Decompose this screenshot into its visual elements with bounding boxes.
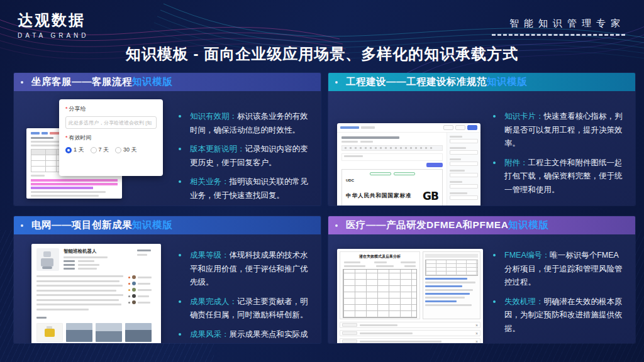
bullet-text: 成果等级：体现科技成果的技术水平和应用价值，便于评估和推广优先级。 <box>190 249 311 290</box>
radio-30-days: 30 天 <box>115 146 137 154</box>
list-item: 工序：关联失效模式发生的具体环节，确保针对性优化流程、降低风险。 <box>493 341 625 343</box>
form-meta <box>341 141 443 143</box>
bullet-text: 成果完成人：记录主要贡献者，明确责任归属，同时激励科研创新。 <box>190 295 311 322</box>
list-item: 相关业务：指明该知识关联的常见业务，便于快速查找回复。 <box>179 175 311 202</box>
brand-tagline: 智能知识管理专家 <box>492 18 625 36</box>
field-row <box>64 260 133 262</box>
contributor <box>128 288 156 292</box>
bullet-icon <box>179 115 181 118</box>
form-title <box>341 136 399 139</box>
field-chip <box>342 331 357 335</box>
bullet-icon <box>179 333 181 336</box>
radio-1-day: 1 天 <box>65 146 84 154</box>
required-asterisk: * <box>65 106 68 112</box>
report-link <box>425 285 462 287</box>
bullet-term: FMEA编号： <box>504 251 550 260</box>
app-toolbar <box>337 123 480 133</box>
list-item: 成果等级：体现科技成果的技术水平和应用价值，便于评估和推广优先级。 <box>179 249 311 290</box>
report-line <box>425 289 473 291</box>
upload-button <box>426 163 443 167</box>
secondary-button <box>455 125 465 130</box>
radio-label: 7 天 <box>99 146 109 154</box>
report-header <box>425 254 478 258</box>
bullet-icon <box>179 180 181 183</box>
sidebar-field <box>450 158 478 166</box>
fmea-meta <box>344 261 416 263</box>
standard-title: 中华人民共和国国家标准 <box>346 192 412 200</box>
field-row: × <box>340 330 480 336</box>
header-bullet-icon <box>335 81 338 84</box>
bullet-list: FMEA编号：唯一标识每个FMEA分析项目，便于追踪和管理风险管控过程。 失效机… <box>486 249 629 343</box>
panel-title-prefix: 医疗——产品研发DFMEA和PFMEA <box>346 219 508 230</box>
panel-header: 坐席客服——客服流程知识模版 <box>14 73 321 91</box>
secondary-button <box>443 125 453 130</box>
richtext-body <box>341 153 443 161</box>
sidebar-field <box>450 147 478 155</box>
panel-title-prefix: 电网——项目创新成果 <box>31 219 132 230</box>
doc-link <box>31 132 40 134</box>
customer-service-screenshot: *分享给 此处多选用户，分享给谁谁会收到 [知 *有效时间 1 天 7 天 30… <box>23 99 164 200</box>
panel-power-grid: 电网——项目创新成果知识模版 智能巡检机器人 <box>14 216 321 343</box>
report-line <box>425 304 472 306</box>
bullet-text: 知识卡片：快速查看核心指标，判断是否可以复用工程，提升决策效率。 <box>504 110 625 151</box>
bullet-term: 成果风采： <box>190 330 230 339</box>
doc-line <box>31 195 99 197</box>
field-rows: × × × <box>340 322 480 343</box>
header-bullet-icon <box>335 224 338 227</box>
bullet-text: 相关业务：指明该知识关联的常见业务，便于快速查找回复。 <box>190 175 311 202</box>
panel-engineering: 工程建设——工程建设标准规范知识模版 <box>328 73 635 206</box>
bullet-icon <box>179 254 181 256</box>
sidebar-field <box>450 136 478 143</box>
doc-line <box>31 145 62 146</box>
result-title: 智能巡检机器人 <box>64 248 133 255</box>
fmea-sheet-title: 潜在失效模式及后果分析 <box>343 254 417 260</box>
panel-title: 坐席客服——客服流程知识模版 <box>31 75 172 89</box>
robot-head <box>43 251 51 257</box>
sidebar-field <box>450 181 478 189</box>
screenshot-area: *分享给 此处多选用户，分享给谁谁会收到 [知 *有效时间 1 天 7 天 30… <box>23 99 171 206</box>
panel-header: 医疗——产品研发DFMEA和PFMEA知识模版 <box>328 216 635 234</box>
photo-robot <box>36 323 63 342</box>
panel-title-prefix: 坐席客服——客服流程 <box>31 76 132 87</box>
list-item: FMEA编号：唯一标识每个FMEA分析项目，便于追踪和管理风险管控过程。 <box>493 249 625 290</box>
photo-site <box>96 323 122 342</box>
bullet-text: 附件：工程主文件和附件图纸一起打包下载，确保资料完整，便于统一管理和使用。 <box>504 156 625 197</box>
photo-gallery <box>36 323 156 342</box>
brand-tagline-text: 智能知识管理专家 <box>492 18 625 30</box>
bullet-text: 工序：关联失效模式发生的具体环节，确保针对性优化流程、降低风险。 <box>504 341 625 343</box>
description-lines <box>36 275 123 313</box>
close-icon: × <box>475 323 478 327</box>
bullet-term: 附件： <box>504 158 528 167</box>
bullet-term: 成果等级： <box>190 251 230 260</box>
report-link <box>425 293 470 295</box>
field-chip <box>342 339 357 343</box>
radio-icon <box>91 147 97 153</box>
slide: { "brand": { "logo_cn": "达观数据", "logo_en… <box>0 0 644 362</box>
bullet-icon <box>493 300 496 303</box>
gb-standard-cover: UDC 中华人民共和国国家标准 GB P <box>341 169 443 206</box>
metadata-sidebar <box>447 133 480 206</box>
bullet-term: 知识有效期： <box>190 112 237 121</box>
field-row: × <box>340 322 480 328</box>
panel-body: 智能巡检机器人 <box>14 234 321 343</box>
panel-title-suffix: 知识模版 <box>508 219 548 230</box>
radio-selected-icon <box>65 147 72 153</box>
bullet-term: 知识卡片： <box>504 112 544 121</box>
close-icon: × <box>475 331 478 336</box>
app-breadcrumb <box>340 126 359 129</box>
award-area <box>137 248 156 271</box>
panel-title: 电网——项目创新成果知识模版 <box>31 219 172 232</box>
share-input-placeholder: 此处多选用户，分享给谁谁会收到 [知 <box>69 119 152 126</box>
radio-7-days: 7 天 <box>91 146 109 154</box>
radio-label: 1 天 <box>74 146 84 154</box>
fmea-sheet: 潜在失效模式及后果分析 <box>340 251 420 319</box>
required-asterisk: * <box>65 134 68 141</box>
list-item: 成果完成人：记录主要贡献者，明确责任归属，同时激励科研创新。 <box>179 295 311 322</box>
fmea-table <box>343 269 417 318</box>
highlighted-text <box>31 179 118 189</box>
report-line <box>425 282 475 283</box>
header-bullet-icon <box>21 224 23 227</box>
bullet-list: 成果等级：体现科技成果的技术水平和应用价值，便于评估和推广优先级。 成果完成人：… <box>171 249 314 343</box>
badge <box>370 172 391 175</box>
bullet-text: 成果风采：展示成果亮点和实际成效，增强宣传效果，促进经验共享。 <box>190 328 311 344</box>
